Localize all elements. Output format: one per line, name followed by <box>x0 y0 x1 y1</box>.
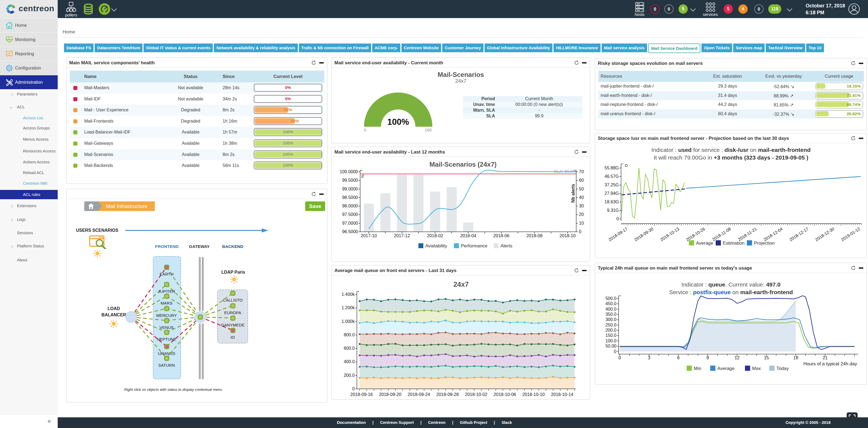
svg-text:2018-12-30: 2018-12-30 <box>814 226 835 242</box>
svg-text:350.0: 350.0 <box>606 312 616 317</box>
svg-text:9.31G: 9.31G <box>607 208 619 212</box>
svg-text:2018-10-13: 2018-10-13 <box>659 226 680 242</box>
svg-text:150.0: 150.0 <box>606 333 616 338</box>
svg-text:2018-11-08: 2018-11-08 <box>711 226 732 242</box>
svg-text:500.0: 500.0 <box>606 296 616 301</box>
svg-text:2018-02: 2018-02 <box>427 233 443 238</box>
svg-text:2018-10-10: 2018-10-10 <box>522 392 545 397</box>
svg-text:Mail-Scenarios (24x7): Mail-Scenarios (24x7) <box>429 161 496 168</box>
svg-text:Today: Today <box>776 366 789 371</box>
svg-text:2018-09-24: 2018-09-24 <box>408 392 430 397</box>
svg-text:0: 0 <box>618 355 621 360</box>
svg-text:400.0: 400.0 <box>606 307 616 311</box>
svg-text:40: 40 <box>579 195 584 200</box>
svg-text:250.0: 250.0 <box>606 323 616 327</box>
svg-text:6: 6 <box>677 355 680 360</box>
svg-text:2018-06: 2018-06 <box>493 233 509 238</box>
svg-text:10: 10 <box>579 221 584 226</box>
svg-text:2018-09-28: 2018-09-28 <box>436 392 459 397</box>
svg-text:99.5000: 99.5000 <box>342 178 358 182</box>
svg-text:Nb alerts: Nb alerts <box>571 184 576 203</box>
svg-text:2018-08: 2018-08 <box>526 233 542 238</box>
svg-text:99.0000: 99.0000 <box>342 187 358 191</box>
svg-text:27.94G: 27.94G <box>604 191 619 196</box>
svg-text:Max: Max <box>752 366 761 371</box>
svg-text:300.0: 300.0 <box>606 317 616 322</box>
svg-text:600.0: 600.0 <box>344 346 355 350</box>
svg-text:Availability: Availability <box>425 243 447 249</box>
svg-text:55.88G: 55.88G <box>604 166 619 170</box>
svg-text:2018-10-14: 2018-10-14 <box>551 392 574 397</box>
svg-text:2018-10-06: 2018-10-06 <box>494 392 516 397</box>
svg-text:97.5000: 97.5000 <box>342 212 358 217</box>
svg-text:0: 0 <box>579 229 581 234</box>
svg-text:98.0000: 98.0000 <box>342 204 358 208</box>
svg-text:0: 0 <box>352 387 355 391</box>
svg-text:1.000k: 1.000k <box>342 319 355 324</box>
svg-text:12: 12 <box>735 355 740 360</box>
svg-text:46.57G: 46.57G <box>604 174 619 179</box>
svg-text:800.0: 800.0 <box>344 333 355 337</box>
svg-text:200.0: 200.0 <box>606 328 616 333</box>
svg-text:2018-04: 2018-04 <box>460 233 476 238</box>
svg-text:%: % <box>360 174 365 178</box>
svg-text:450.0: 450.0 <box>606 301 616 306</box>
svg-text:Estimation: Estimation <box>723 240 744 246</box>
svg-text:2018-11-21: 2018-11-21 <box>737 226 757 242</box>
svg-text:100.0: 100.0 <box>606 339 616 343</box>
svg-text:2018-09-20: 2018-09-20 <box>379 392 401 397</box>
svg-text:Projection: Projection <box>754 240 775 246</box>
svg-text:20: 20 <box>579 212 584 217</box>
svg-text:2017-10: 2017-10 <box>361 233 377 238</box>
svg-text:2018-09-30: 2018-09-30 <box>633 226 654 242</box>
svg-text:Average: Average <box>717 366 735 371</box>
svg-text:Performance: Performance <box>461 243 487 249</box>
svg-text:Indicator : used for service :: Indicator : used for service : disk-/usr… <box>651 147 811 153</box>
svg-text:15: 15 <box>764 355 769 360</box>
svg-text:It will reach 79.00Go in +3 mo: It will reach 79.00Go in +3 months (323 … <box>654 154 808 161</box>
svg-text:2018-12-04: 2018-12-04 <box>763 226 783 242</box>
svg-text:Average: Average <box>696 240 713 246</box>
svg-text:Alerts: Alerts <box>500 243 512 249</box>
svg-text:60: 60 <box>579 178 584 182</box>
svg-text:96.5000: 96.5000 <box>342 229 358 234</box>
svg-text:Hours of a typical 24h day: Hours of a typical 24h day <box>803 361 857 366</box>
svg-text:0: 0 <box>614 349 616 354</box>
svg-text:2018-12-17: 2018-12-17 <box>788 226 809 242</box>
svg-text:100.0000: 100.0000 <box>340 169 358 174</box>
svg-text:1.400k: 1.400k <box>342 292 355 297</box>
svg-text:2018-09-17: 2018-09-17 <box>608 226 628 242</box>
svg-text:Min: Min <box>694 366 701 371</box>
svg-text:37.25G: 37.25G <box>604 182 619 187</box>
svg-text:2018-10: 2018-10 <box>560 233 576 238</box>
svg-text:24x7: 24x7 <box>454 281 469 288</box>
svg-text:18.63G: 18.63G <box>604 199 619 204</box>
svg-text:18: 18 <box>793 355 798 360</box>
svg-text:0: 0 <box>616 217 619 221</box>
svg-text:2018-10-26: 2018-10-26 <box>685 226 706 242</box>
svg-text:400.0: 400.0 <box>344 359 355 364</box>
svg-text:98.5000: 98.5000 <box>342 195 358 200</box>
svg-text:1.200k: 1.200k <box>342 306 355 310</box>
svg-text:2019-01-12: 2019-01-12 <box>840 226 861 242</box>
svg-text:Indicator : queue. Current val: Indicator : queue. Current value: 497.0 <box>681 281 780 288</box>
svg-text:30: 30 <box>579 204 584 208</box>
svg-text:50.00: 50.00 <box>606 344 616 348</box>
svg-text:Service : postfix-queue on mai: Service : postfix-queue on mail-earth-fr… <box>669 289 793 295</box>
svg-text:200.0: 200.0 <box>344 373 355 378</box>
svg-text:97.0000: 97.0000 <box>342 221 358 226</box>
svg-text:3: 3 <box>648 355 650 360</box>
svg-text:2018-09-16: 2018-09-16 <box>350 392 373 397</box>
svg-text:SLA: 99.9%: SLA: 99.9% <box>554 169 576 173</box>
svg-text:50: 50 <box>579 187 584 191</box>
svg-text:9: 9 <box>706 355 709 360</box>
svg-text:70: 70 <box>579 169 584 174</box>
svg-text:21: 21 <box>823 355 828 360</box>
svg-text:2017-12: 2017-12 <box>394 233 410 238</box>
svg-text:2018-10-02: 2018-10-02 <box>465 392 487 397</box>
